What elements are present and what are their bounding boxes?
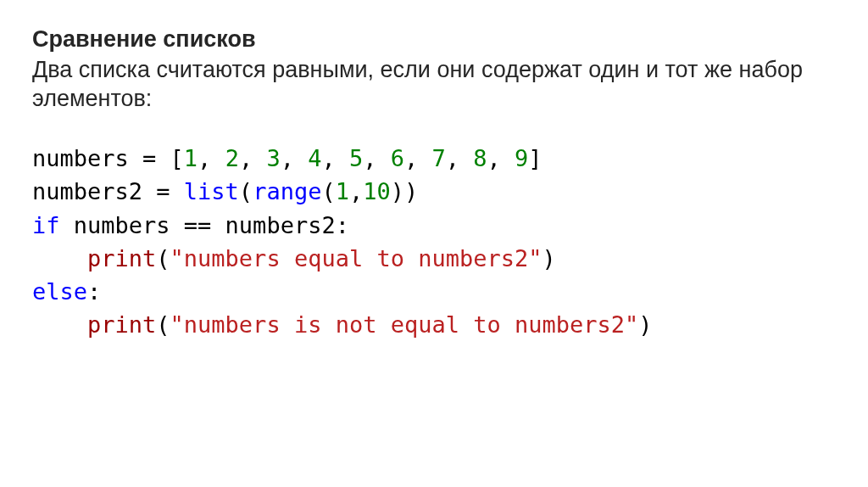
code-line-2: numbers2 = list(range(1,10)) <box>32 178 418 204</box>
paren-open: ( <box>239 178 253 204</box>
paren-open: ( <box>321 178 335 204</box>
bracket-open: [ <box>170 145 184 171</box>
identifier: numbers2 <box>32 178 142 204</box>
string-quote: " <box>528 245 542 271</box>
paren-close: ) <box>638 311 652 338</box>
number: 6 <box>391 145 404 171</box>
operator: == <box>170 212 225 238</box>
code-line-3: if numbers == numbers2: <box>32 212 349 238</box>
indent <box>32 245 87 271</box>
string-quote: " <box>170 245 184 271</box>
string-quote: " <box>170 311 184 338</box>
space <box>60 212 74 238</box>
separator: , <box>363 145 391 171</box>
code-line-6: print("numbers is not equal to numbers2"… <box>32 311 653 338</box>
separator: , <box>198 145 225 171</box>
separator: , <box>446 145 474 171</box>
number: 9 <box>515 145 528 171</box>
separator: , <box>487 145 515 171</box>
separator: , <box>239 145 267 171</box>
separator: , <box>281 145 309 171</box>
function-print: print <box>87 311 156 338</box>
paren-open: ( <box>156 311 170 338</box>
number: 7 <box>432 145 446 171</box>
colon: : <box>87 278 101 305</box>
bracket-close: ] <box>528 145 542 171</box>
string: numbers is not equal to numbers2 <box>184 311 625 338</box>
builtin-range: range <box>253 178 321 204</box>
string: numbers equal to numbers2 <box>184 245 528 271</box>
code-block: numbers = [1, 2, 3, 4, 5, 6, 7, 8, 9] nu… <box>32 142 836 341</box>
separator: , <box>404 145 432 171</box>
identifier: numbers2 <box>225 212 336 238</box>
paren-close: ) <box>391 178 404 204</box>
intro-text: Два списка считаются равными, если они с… <box>32 56 836 114</box>
separator: , <box>321 145 349 171</box>
number: 2 <box>225 145 239 171</box>
keyword-if: if <box>32 212 60 238</box>
builtin-list: list <box>184 178 239 204</box>
paren-close: ) <box>404 178 418 204</box>
number: 1 <box>336 178 349 204</box>
identifier: numbers <box>32 145 129 171</box>
number: 5 <box>349 145 363 171</box>
number: 3 <box>266 145 280 171</box>
number: 1 <box>184 145 198 171</box>
operator: = <box>142 178 184 204</box>
section-heading: Сравнение списков <box>32 25 836 54</box>
keyword-else: else <box>32 278 87 305</box>
number: 8 <box>473 145 487 171</box>
operator: = <box>129 145 170 171</box>
number: 10 <box>363 178 391 204</box>
paren-close: ) <box>542 245 556 271</box>
number: 4 <box>308 145 321 171</box>
comma: , <box>349 178 363 204</box>
identifier: numbers <box>74 212 170 238</box>
indent <box>32 311 87 338</box>
colon: : <box>336 212 349 238</box>
paren-open: ( <box>156 245 170 271</box>
function-print: print <box>87 245 156 271</box>
code-line-1: numbers = [1, 2, 3, 4, 5, 6, 7, 8, 9] <box>32 145 542 171</box>
slide-content: Сравнение списков Два списка считаются р… <box>0 0 868 487</box>
code-line-4: print("numbers equal to numbers2") <box>32 245 556 271</box>
string-quote: " <box>625 311 638 338</box>
code-line-5: else: <box>32 278 101 305</box>
